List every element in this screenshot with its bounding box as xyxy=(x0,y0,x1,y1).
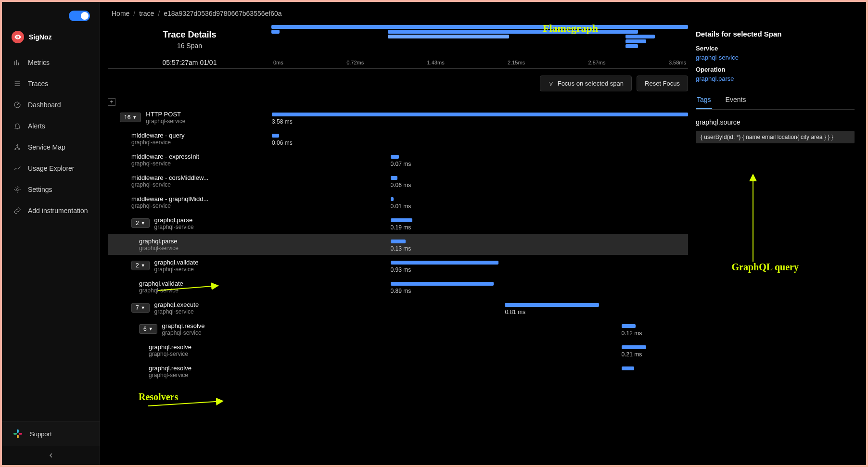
span-duration-label: 0.81 ms xyxy=(505,309,525,316)
span-name: graphql.resolve xyxy=(149,365,191,372)
time-axis: 0ms0.72ms1.43ms2.15ms2.87ms3.58ms xyxy=(271,60,688,65)
support-button[interactable]: Support xyxy=(2,421,100,446)
span-row[interactable]: 2 ▼graphql.parsegraphql-service0.19 ms xyxy=(108,213,688,234)
breadcrumb-home[interactable]: Home xyxy=(112,10,129,17)
gauge-icon xyxy=(13,101,21,109)
span-row[interactable]: 7 ▼graphql.executegraphql-service0.81 ms xyxy=(108,297,688,318)
span-service: graphql-service xyxy=(146,118,185,125)
span-duration-bar xyxy=(391,282,494,286)
nav-label: Metrics xyxy=(28,59,50,66)
flamegraph-minimap[interactable] xyxy=(271,25,688,53)
collapse-sidebar-button[interactable] xyxy=(2,446,100,465)
span-service: graphql-service xyxy=(154,308,199,315)
span-count-badge[interactable]: 7 ▼ xyxy=(131,303,150,313)
span-duration-bar xyxy=(391,155,399,159)
span-service: graphql-service xyxy=(131,181,208,188)
span-row[interactable]: graphql.resolvegraphql-service xyxy=(108,361,688,382)
span-name: middleware - graphqlMidd... xyxy=(131,195,208,202)
span-name: HTTP POST xyxy=(146,111,185,118)
svg-line-11 xyxy=(158,286,218,290)
span-name: middleware - expressInit xyxy=(131,153,199,160)
minimap-bar xyxy=(625,39,646,43)
reset-focus-button[interactable]: Reset Focus xyxy=(637,76,688,91)
nav-label: Traces xyxy=(28,80,48,88)
nav-service-map[interactable]: Service Map xyxy=(6,138,96,157)
breadcrumb-id: e18a9327d0536d9780667b63556ef60a xyxy=(164,10,281,17)
nav-label: Service Map xyxy=(28,143,65,151)
span-row[interactable]: middleware - querygraphql-service0.06 ms xyxy=(108,128,688,149)
svg-point-4 xyxy=(17,145,18,146)
span-row[interactable]: middleware - graphqlMidd...graphql-servi… xyxy=(108,191,688,213)
link-icon xyxy=(13,207,21,215)
tab-events[interactable]: Events xyxy=(725,91,747,109)
focus-button[interactable]: Focus on selected span xyxy=(540,76,632,91)
brand-logo-icon xyxy=(12,31,24,43)
span-duration-label: 0.12 ms xyxy=(622,330,642,337)
breadcrumb: Home / trace / e18a9327d0536d9780667b635… xyxy=(100,2,866,25)
nav-label: Add instrumentation xyxy=(28,207,88,215)
span-row[interactable]: 16 ▼HTTP POSTgraphql-service3.58 ms xyxy=(108,107,688,128)
span-row[interactable]: middleware - corsMiddlew...graphql-servi… xyxy=(108,170,688,191)
operation-link[interactable]: graphql.parse xyxy=(696,75,855,82)
span-service: graphql-service xyxy=(162,329,205,336)
span-name: middleware - corsMiddlew... xyxy=(131,174,208,181)
annotation-graphql-query: GraphQL query xyxy=(732,262,799,273)
span-service: graphql-service xyxy=(131,202,208,209)
span-service: graphql-service xyxy=(154,266,199,273)
sidebar: SigNoz Metrics Traces Dashboard Alerts S… xyxy=(2,2,100,465)
trace-timestamp: 05:57:27am 01/01 xyxy=(108,59,271,66)
span-duration-label: 0.06 ms xyxy=(272,139,293,146)
svg-point-3 xyxy=(19,149,20,150)
span-duration-bar xyxy=(391,176,398,180)
span-name: graphql.parse xyxy=(139,238,179,245)
annotation-flamegraph: Flamegraph xyxy=(543,22,598,35)
axis-tick: 0ms xyxy=(273,60,283,65)
minimap-bar xyxy=(388,30,509,34)
dark-mode-toggle[interactable] xyxy=(69,11,90,21)
span-count-badge[interactable]: 2 ▼ xyxy=(131,261,150,270)
nav-settings[interactable]: Settings xyxy=(6,180,96,199)
axis-tick: 0.72ms xyxy=(346,60,364,65)
span-duration-bar xyxy=(505,303,599,307)
details-heading: Details for selected Span xyxy=(696,30,855,38)
nav-add-instrumentation[interactable]: Add instrumentation xyxy=(6,201,96,220)
span-count-badge[interactable]: 2 ▼ xyxy=(131,218,150,228)
expand-all-button[interactable]: + xyxy=(108,98,115,106)
span-name: graphql.resolve xyxy=(162,322,205,329)
breadcrumb-section[interactable]: trace xyxy=(139,10,154,17)
nav-label: Usage Explorer xyxy=(28,164,75,172)
span-row[interactable]: 2 ▼graphql.validategraphql-service0.93 m… xyxy=(108,255,688,276)
nav-dashboard[interactable]: Dashboard xyxy=(6,95,96,114)
main: Flamegraph Home / trace / e18a9327d0536d… xyxy=(100,2,866,465)
trend-icon xyxy=(13,164,21,172)
nav-usage-explorer[interactable]: Usage Explorer xyxy=(6,159,96,178)
span-duration-label: 0.89 ms xyxy=(391,288,411,294)
trace-title: Trace Details xyxy=(108,30,271,40)
span-count-badge[interactable]: 6 ▼ xyxy=(139,324,157,334)
span-duration-bar xyxy=(391,218,413,222)
nav-traces[interactable]: Traces xyxy=(6,74,96,93)
slack-icon xyxy=(13,429,23,439)
nav-metrics[interactable]: Metrics xyxy=(6,53,96,72)
span-count-badge[interactable]: 16 ▼ xyxy=(120,113,141,122)
minimap-bar xyxy=(625,44,638,48)
svg-point-2 xyxy=(15,149,16,150)
svg-point-5 xyxy=(16,189,18,190)
span-service: graphql-service xyxy=(149,372,191,379)
service-link[interactable]: graphql-service xyxy=(696,54,855,61)
span-row[interactable]: graphql.parsegraphql-service0.13 ms xyxy=(108,234,688,255)
span-duration-label: 0.13 ms xyxy=(391,245,411,252)
span-row[interactable]: graphql.resolvegraphql-service0.21 ms xyxy=(108,340,688,361)
annotation-resolvers: Resolvers xyxy=(139,391,178,403)
span-row[interactable]: middleware - expressInitgraphql-service0… xyxy=(108,149,688,170)
brand-name: SigNoz xyxy=(29,33,51,41)
span-service: graphql-service xyxy=(149,351,191,357)
span-duration-bar xyxy=(391,240,406,243)
tab-tags[interactable]: Tags xyxy=(696,91,712,109)
span-name: graphql.parse xyxy=(154,216,194,224)
brand[interactable]: SigNoz xyxy=(2,27,100,53)
nav-alerts[interactable]: Alerts xyxy=(6,116,96,136)
nav: Metrics Traces Dashboard Alerts Service … xyxy=(2,53,100,220)
chart-icon xyxy=(13,59,21,66)
span-row[interactable]: 6 ▼graphql.resolvegraphql-service0.12 ms xyxy=(108,318,688,340)
